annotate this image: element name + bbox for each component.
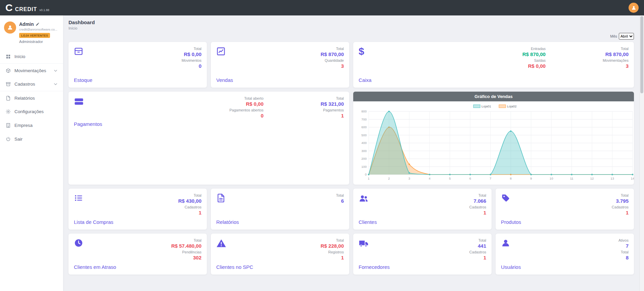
store-badge: LOJA VERTENTES	[19, 33, 50, 38]
stat-value: R$ 430,00	[178, 198, 201, 204]
month-label: Mês	[610, 34, 617, 38]
stat-value: R$ 57.480,00	[171, 243, 201, 249]
sidebar: Admin credit@anronsoftware.co... LOJA VE…	[0, 15, 63, 291]
app-logo[interactable]: C CREDIT v0.1.88	[5, 0, 49, 15]
app-name: CREDIT	[15, 6, 37, 12]
stat-value: 0	[229, 113, 264, 119]
svg-text:200: 200	[361, 157, 367, 160]
cards-grid: Total R$ 0,00 Movimentos 0 Estoque Total…	[68, 42, 634, 275]
svg-text:300: 300	[361, 149, 367, 153]
stat-label: Total	[336, 193, 344, 197]
stat-label: Total	[469, 193, 486, 197]
sidebar-item-label: Movimentações	[14, 68, 46, 73]
page-header: Dashboard Início	[68, 19, 634, 30]
stat-value: 302	[171, 255, 201, 261]
sidebar-item-empresa[interactable]: Empresa	[0, 118, 63, 132]
box-icon	[74, 47, 83, 56]
svg-text:13: 13	[610, 177, 614, 180]
box-icon	[5, 68, 11, 73]
stat-value: R$ 0,00	[522, 63, 546, 69]
month-select[interactable]: Abril	[619, 33, 634, 40]
stat-value: 1	[178, 210, 201, 216]
sidebar-item-movimentacoes[interactable]: Movimentações	[0, 63, 63, 77]
card-title-pagamentos[interactable]: Pagamentos	[74, 121, 102, 127]
card-title-estoque[interactable]: Estoque	[74, 77, 92, 83]
sidebar-item-label: Sair	[14, 137, 22, 142]
card-title-relatorios[interactable]: Relatórios	[216, 219, 239, 225]
stat-label: Movimentações	[603, 58, 629, 62]
svg-text:Loja01: Loja01	[481, 104, 491, 108]
svg-text:Loja02: Loja02	[507, 104, 517, 108]
card-title-clientes-em-atraso[interactable]: Clientes em Atraso	[74, 264, 116, 270]
stat-label: Total	[618, 250, 629, 254]
sidebar-item-relatorios[interactable]: Relatórios	[0, 91, 63, 105]
card-title-caixa[interactable]: Caixa	[359, 77, 371, 83]
stat-label: Pagamentos	[321, 108, 344, 112]
profile-info: Admin credit@anronsoftware.co... LOJA VE…	[19, 21, 57, 44]
stat-label: Movimentos	[182, 58, 201, 62]
main-content: Dashboard Início Mês Abril Total R$ 0,00	[63, 15, 639, 291]
clock-icon	[74, 238, 83, 248]
sidebar-item-label: Empresa	[14, 123, 33, 128]
svg-text:9: 9	[530, 177, 532, 180]
card-title-fornecedores[interactable]: Fornecedores	[359, 264, 390, 270]
month-filter: Mês Abril	[68, 33, 634, 40]
user-avatar[interactable]	[4, 21, 16, 34]
stat-value: 1	[321, 255, 344, 261]
svg-text:5: 5	[449, 177, 451, 180]
stat-label: Cadastros	[612, 205, 629, 209]
svg-text:600: 600	[361, 125, 367, 129]
sidebar-item-inicio[interactable]: Início	[0, 50, 63, 63]
stat-value: 3	[603, 63, 629, 69]
card-vendas: Total R$ 870,00 Quantidade 3 Vendas	[211, 42, 349, 88]
sidebar-item-cadastros[interactable]: Cadastros	[0, 77, 63, 91]
archive-icon	[5, 82, 11, 87]
card-title-usuarios[interactable]: Usuários	[501, 264, 521, 270]
svg-text:10: 10	[550, 177, 553, 180]
svg-text:100: 100	[361, 165, 367, 168]
stat-value: 1	[321, 113, 344, 119]
stat-value: R$ 870,00	[321, 51, 344, 58]
app-version: v0.1.88	[39, 8, 49, 12]
card-produtos: Total 3.795 Cadastros 1 Produtos	[496, 189, 634, 230]
card-pagamentos: Total aberto R$ 0,00 Pagamentos abertos …	[68, 92, 349, 185]
card-title-produtos[interactable]: Produtos	[501, 219, 521, 225]
sales-chart-svg: 0100200300400500600700800123456789101112…	[357, 103, 634, 183]
card-title-vendas[interactable]: Vendas	[216, 77, 233, 83]
scrollbar[interactable]	[639, 15, 644, 291]
stat-label: Cadastros	[469, 250, 486, 254]
svg-text:0: 0	[365, 173, 367, 176]
stat-label: Cadastros	[178, 205, 201, 209]
sidebar-item-sair[interactable]: Sair	[0, 132, 63, 146]
card-title-lista-de-compras[interactable]: Lista de Compras	[74, 219, 113, 225]
svg-text:1: 1	[368, 177, 369, 180]
user-avatar-button[interactable]	[629, 3, 639, 13]
svg-text:3: 3	[408, 177, 410, 180]
svg-text:7: 7	[490, 177, 491, 180]
person-icon	[7, 24, 13, 31]
stat-value: R$ 228,00	[321, 243, 344, 249]
truck-icon	[359, 238, 369, 248]
power-icon	[5, 137, 11, 142]
stat-value: 0	[182, 63, 201, 69]
stat-value: 3	[321, 63, 344, 69]
edit-profile-icon[interactable]	[36, 22, 39, 26]
card-title-clientes-no-spc[interactable]: Clientes no SPC	[216, 264, 253, 270]
stat-label: Total	[612, 193, 629, 197]
svg-text:500: 500	[361, 133, 367, 137]
svg-text:6: 6	[469, 177, 471, 180]
card-title-clientes[interactable]: Clientes	[359, 219, 377, 225]
warning-icon	[216, 238, 226, 248]
stat-label: Entradas	[522, 47, 546, 51]
scrollbar-thumb[interactable]	[640, 16, 643, 93]
stat-label: Saídas	[522, 58, 546, 62]
stat-label: Total	[469, 238, 486, 242]
card-grafico-vendas: Gráfico de Vendas 0100200300400500600700…	[353, 92, 634, 185]
card-clientes-no-spc: Total R$ 228,00 Registros 1 Clientes no …	[211, 234, 349, 275]
sidebar-item-configuracoes[interactable]: Configurações	[0, 105, 63, 118]
card-relatorios: Total 6 Relatórios	[211, 189, 349, 230]
dollar-icon: $	[359, 47, 364, 56]
sidebar-item-label: Início	[14, 54, 25, 59]
user-icon	[501, 238, 510, 248]
sidebar-menu: Início Movimentações Cadastros	[0, 50, 63, 146]
